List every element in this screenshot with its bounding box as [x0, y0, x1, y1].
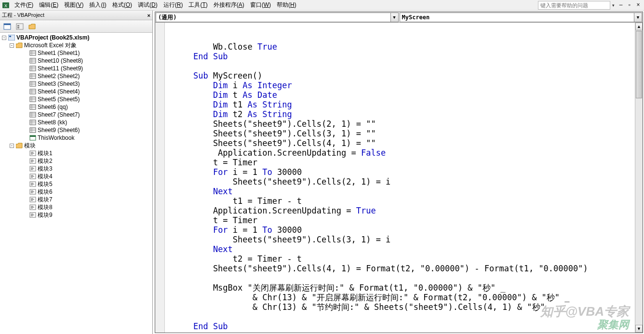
- tree-module-2[interactable]: 模块3: [0, 165, 152, 173]
- tree-toggle-icon[interactable]: -: [10, 43, 14, 48]
- help-search-input[interactable]: [538, 1, 610, 10]
- project-panel-title-text: 工程 - VBAProject: [2, 12, 44, 19]
- svg-rect-25: [30, 81, 36, 86]
- tree-vbaproject[interactable]: -VBAProject (Book25.xlsm): [0, 34, 152, 41]
- menu-a[interactable]: 外接程序(A): [211, 0, 247, 9]
- tree-sheet-6[interactable]: Sheet5 (Sheet5): [0, 95, 152, 103]
- svg-rect-54: [30, 135, 36, 137]
- project-panel-title: 工程 - VBAProject ×: [0, 11, 152, 20]
- menu-f[interactable]: 文件(F): [12, 0, 36, 9]
- tree-sheet-7[interactable]: Sheet6 (qq): [0, 103, 152, 111]
- project-toolbar: [0, 20, 152, 33]
- tree-modules-folder[interactable]: -模块: [0, 142, 152, 149]
- svg-rect-21: [30, 74, 36, 79]
- svg-rect-5: [17, 25, 19, 27]
- folder-toggle-button[interactable]: [27, 21, 38, 32]
- svg-rect-9: [30, 51, 36, 55]
- chevron-down-icon: ▼: [390, 13, 398, 22]
- svg-text:X: X: [4, 3, 7, 8]
- project-explorer-panel: 工程 - VBAProject × -VBAProject (Book25.xl…: [0, 11, 153, 334]
- close-button[interactable]: ×: [634, 1, 642, 9]
- view-object-button[interactable]: [14, 21, 25, 32]
- panel-close-button[interactable]: ×: [148, 13, 150, 18]
- code-margin: [155, 23, 165, 333]
- menu-e[interactable]: 编辑(E): [36, 0, 61, 9]
- object-dropdown[interactable]: (通用) ▼: [156, 13, 399, 22]
- tree-module-5[interactable]: 模块6: [0, 188, 152, 196]
- menu-i[interactable]: 插入(I): [86, 0, 109, 9]
- code-editor-area: Wb.Close True End Sub Sub MyScreen() Dim…: [155, 23, 643, 333]
- svg-rect-45: [30, 120, 36, 125]
- code-dropdown-bar: (通用) ▼ MyScreen ▼: [155, 12, 643, 23]
- menu-bar: X 文件(F)编辑(E)视图(V)插入(I)格式(O)调试(D)运行(R)工具(…: [0, 0, 644, 11]
- svg-rect-8: [9, 36, 11, 37]
- tree-sheet-3[interactable]: Sheet2 (Sheet2): [0, 72, 152, 80]
- svg-rect-37: [30, 105, 36, 109]
- minimize-button[interactable]: –: [617, 1, 625, 9]
- menu-r[interactable]: 运行(R): [161, 0, 186, 9]
- project-tree[interactable]: -VBAProject (Book25.xlsm)-Microsoft Exce…: [0, 33, 152, 334]
- tree-sheet-1[interactable]: Sheet10 (Sheet8): [0, 57, 152, 65]
- svg-rect-49: [30, 128, 36, 133]
- tree-sheet-5[interactable]: Sheet4 (Sheet4): [0, 88, 152, 95]
- svg-rect-13: [30, 58, 36, 63]
- code-editor[interactable]: Wb.Close True End Sub Sub MyScreen() Dim…: [165, 23, 635, 333]
- menu-o[interactable]: 格式(O): [109, 0, 135, 9]
- menu-w[interactable]: 窗口(W): [247, 0, 274, 9]
- scroll-thumb[interactable]: [636, 31, 642, 98]
- tree-toggle-icon[interactable]: -: [10, 144, 14, 148]
- tree-sheet-10[interactable]: Sheet9 (Sheet6): [0, 126, 152, 134]
- svg-rect-7: [8, 35, 15, 40]
- tree-module-0[interactable]: 模块1: [0, 149, 152, 157]
- procedure-dropdown[interactable]: MyScreen ▼: [400, 13, 643, 22]
- menu-h[interactable]: 帮助(H): [274, 0, 299, 9]
- svg-rect-33: [30, 97, 36, 102]
- menu-t[interactable]: 工具(T): [186, 0, 210, 9]
- svg-rect-6: [17, 27, 19, 28]
- tree-sheet-9[interactable]: Sheet8 (kk): [0, 119, 152, 126]
- svg-rect-3: [4, 24, 11, 25]
- svg-rect-41: [30, 112, 36, 117]
- svg-rect-17: [30, 66, 36, 71]
- scroll-down-button[interactable]: ▼: [635, 325, 643, 333]
- tree-module-8[interactable]: 模块9: [0, 211, 152, 219]
- scroll-up-button[interactable]: ▲: [635, 23, 643, 30]
- menu-d[interactable]: 调试(D): [135, 0, 161, 9]
- tree-sheet-4[interactable]: Sheet3 (Sheet3): [0, 80, 152, 88]
- tree-sheet-0[interactable]: Sheet1 (Sheet1): [0, 49, 152, 57]
- menu-v[interactable]: 视图(V): [61, 0, 86, 9]
- code-panel: (通用) ▼ MyScreen ▼ Wb.Close True End Sub …: [155, 12, 643, 333]
- svg-rect-29: [30, 89, 36, 94]
- tree-thisworkbook[interactable]: ThisWorkbook: [0, 134, 152, 142]
- tree-sheet-2[interactable]: Sheet11 (Sheet9): [0, 65, 152, 72]
- restore-button[interactable]: ▫: [626, 1, 633, 9]
- tree-module-4[interactable]: 模块5: [0, 180, 152, 188]
- app-icon: X: [2, 1, 10, 9]
- view-code-button[interactable]: [2, 21, 13, 32]
- tree-toggle-icon[interactable]: -: [2, 36, 6, 40]
- tree-module-6[interactable]: 模块7: [0, 196, 152, 203]
- tree-excel-objects-folder[interactable]: -Microsoft Excel 对象: [0, 41, 152, 49]
- tree-module-3[interactable]: 模块4: [0, 173, 152, 180]
- tree-module-7[interactable]: 模块8: [0, 203, 152, 211]
- search-dropdown-arrow[interactable]: ▾: [610, 3, 616, 8]
- chevron-down-icon: ▼: [634, 13, 642, 22]
- tree-module-1[interactable]: 模块2: [0, 157, 152, 165]
- tree-sheet-8[interactable]: Sheet7 (Sheet7): [0, 111, 152, 119]
- vertical-scrollbar[interactable]: ▲ ▼: [635, 23, 643, 333]
